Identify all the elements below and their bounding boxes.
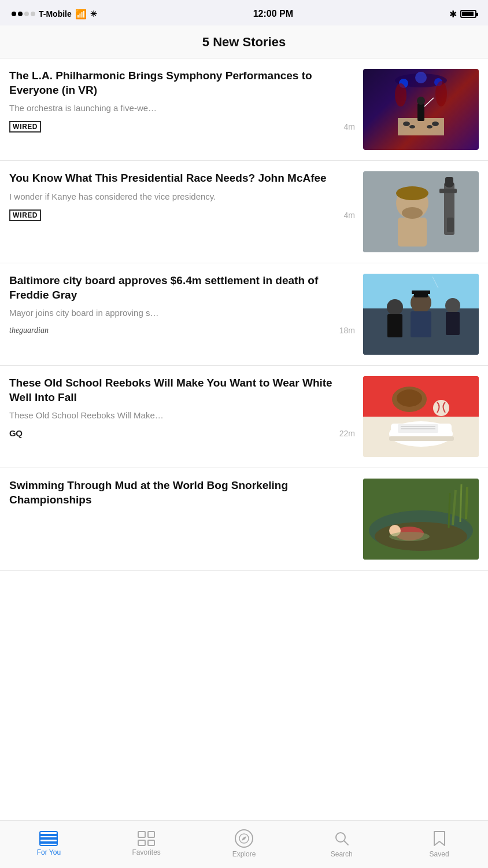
- story-source-1: WIRED: [9, 121, 41, 133]
- story-content-5: Swimming Through Mud at the World Bog Sn…: [9, 479, 355, 512]
- tab-saved[interactable]: Saved: [390, 825, 488, 858]
- svg-point-10: [403, 122, 410, 126]
- svg-marker-57: [242, 836, 246, 841]
- carrier-label: T-Mobile: [39, 9, 72, 19]
- svg-rect-21: [447, 218, 454, 232]
- svg-point-44: [397, 389, 422, 407]
- favorites-icon: [138, 831, 155, 846]
- svg-rect-23: [445, 177, 453, 186]
- svg-point-11: [432, 122, 439, 126]
- page-title: 5 New Stories: [12, 35, 476, 50]
- story-summary-4: These Old School Reeboks Will Make…: [9, 409, 355, 421]
- story-source-3: theguardian: [9, 326, 49, 335]
- story-time-4: 22m: [339, 429, 355, 438]
- story-content-4: These Old School Reeboks Will Make You W…: [9, 376, 355, 438]
- story-meta-4: GQ 22m: [9, 428, 355, 438]
- story-thumbnail-3: [363, 274, 479, 355]
- story-title-4: These Old School Reeboks Will Make You W…: [9, 376, 355, 404]
- story-title-5: Swimming Through Mud at the World Bog Sn…: [9, 479, 355, 507]
- svg-point-30: [387, 299, 403, 315]
- story-summary-2: I wonder if Kanye has considered the vic…: [9, 190, 355, 203]
- svg-rect-33: [446, 312, 460, 335]
- svg-rect-27: [411, 311, 431, 337]
- story-content-2: You Know What This Presidential Race Nee…: [9, 171, 355, 221]
- battery-icon: [460, 10, 476, 18]
- page-header: 5 New Stories: [0, 25, 488, 58]
- status-right: ✱: [449, 9, 476, 20]
- svg-point-4: [395, 83, 406, 106]
- story-thumbnail-5: [363, 479, 479, 560]
- for-you-icon: [39, 831, 58, 846]
- story-thumbnail-4: [363, 376, 479, 457]
- story-item-5[interactable]: Swimming Through Mud at the World Bog Sn…: [0, 468, 488, 571]
- story-source-4: GQ: [9, 428, 22, 438]
- svg-point-8: [417, 97, 425, 105]
- news-feed: The L.A. Philharmonic Brings Symphony Pe…: [0, 58, 488, 628]
- story-item-3[interactable]: Baltimore city board approves $6.4m sett…: [0, 263, 488, 366]
- search-icon: [332, 829, 351, 848]
- story-item-4[interactable]: These Old School Reeboks Will Make You W…: [0, 366, 488, 468]
- signal-dot-4: [31, 12, 35, 16]
- loading-icon: ✳: [90, 9, 97, 19]
- svg-point-18: [402, 207, 423, 219]
- tab-for-you-label: For You: [37, 848, 61, 856]
- status-left: T-Mobile 📶 ✳: [12, 9, 97, 20]
- svg-point-12: [409, 125, 415, 128]
- story-thumbnail-1: [363, 69, 479, 150]
- story-thumbnail-2: [363, 171, 479, 252]
- svg-rect-39: [389, 436, 454, 441]
- saved-icon: [431, 829, 448, 848]
- svg-line-50: [460, 484, 461, 522]
- clock: 12:00 PM: [253, 9, 293, 19]
- story-summary-1: The orchestra is launching a five-we…: [9, 102, 355, 114]
- signal-dot-3: [24, 12, 29, 16]
- svg-point-3: [415, 72, 427, 83]
- bluetooth-icon: ✱: [449, 9, 457, 20]
- story-title-3: Baltimore city board approves $6.4m sett…: [9, 274, 355, 302]
- svg-line-52: [449, 493, 450, 528]
- tab-saved-label: Saved: [430, 850, 449, 858]
- svg-point-5: [435, 81, 447, 106]
- story-meta-3: theguardian 18m: [9, 326, 355, 335]
- tab-bar: For You Favorites Explore Search: [0, 820, 488, 868]
- story-time-3: 18m: [339, 326, 355, 335]
- tab-for-you[interactable]: For You: [0, 826, 98, 856]
- svg-rect-20: [439, 189, 457, 193]
- svg-point-17: [396, 186, 428, 200]
- svg-rect-16: [398, 218, 427, 247]
- signal-dot-1: [12, 12, 16, 16]
- svg-rect-29: [412, 290, 430, 294]
- svg-rect-7: [417, 104, 424, 121]
- story-summary-3: Mayor joins city board in approving s…: [9, 307, 355, 319]
- tab-explore-label: Explore: [232, 850, 256, 858]
- tab-explore[interactable]: Explore: [195, 825, 293, 858]
- svg-line-51: [466, 487, 467, 519]
- svg-line-9: [424, 98, 434, 106]
- story-item-2[interactable]: You Know What This Presidential Race Nee…: [0, 161, 488, 263]
- story-time-2: 4m: [344, 211, 355, 220]
- story-item-1[interactable]: The L.A. Philharmonic Brings Symphony Pe…: [0, 58, 488, 161]
- tab-search[interactable]: Search: [293, 825, 390, 858]
- tab-search-label: Search: [331, 850, 353, 858]
- svg-line-59: [344, 841, 348, 845]
- svg-point-55: [389, 532, 430, 541]
- tab-favorites-label: Favorites: [132, 848, 161, 856]
- story-title-1: The L.A. Philharmonic Brings Symphony Pe…: [9, 69, 355, 97]
- tab-favorites[interactable]: Favorites: [98, 826, 195, 856]
- wifi-icon: 📶: [75, 9, 87, 20]
- story-content-1: The L.A. Philharmonic Brings Symphony Pe…: [9, 69, 355, 133]
- svg-point-45: [433, 400, 449, 416]
- story-title-2: You Know What This Presidential Race Nee…: [9, 171, 355, 186]
- svg-rect-31: [387, 314, 402, 337]
- story-meta-2: WIRED 4m: [9, 209, 355, 221]
- status-bar: T-Mobile 📶 ✳ 12:00 PM ✱: [0, 0, 488, 25]
- signal-dots: [12, 12, 35, 16]
- story-time-1: 4m: [344, 122, 355, 131]
- signal-dot-2: [18, 12, 23, 16]
- svg-point-32: [445, 298, 460, 313]
- story-source-2: WIRED: [9, 209, 41, 221]
- story-content-3: Baltimore city board approves $6.4m sett…: [9, 274, 355, 335]
- story-meta-1: WIRED 4m: [9, 121, 355, 133]
- explore-icon: [235, 829, 253, 848]
- svg-point-13: [427, 125, 432, 128]
